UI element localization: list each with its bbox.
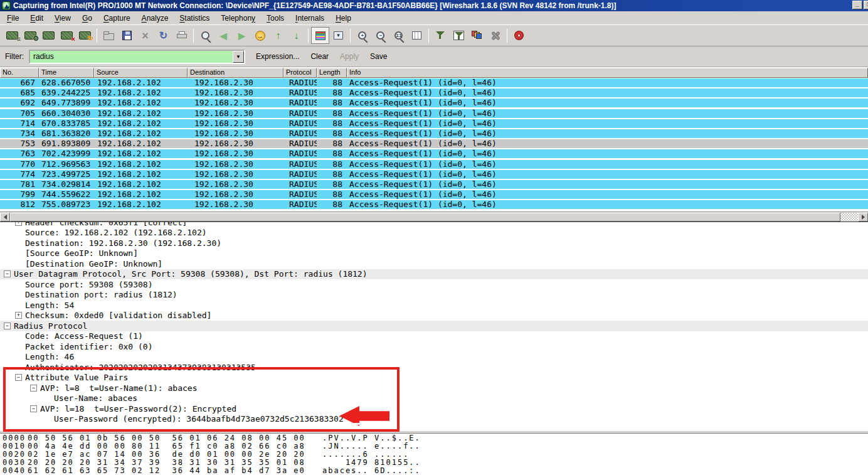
expand-icon[interactable]: +	[15, 221, 22, 226]
filter-input[interactable]	[30, 51, 233, 63]
filter-dropdown-button[interactable]: ▼	[233, 51, 244, 63]
go-forward-button[interactable]: ▶	[233, 27, 251, 44]
go-back-button[interactable]: ◀	[214, 27, 233, 44]
column-header-time[interactable]: Time	[39, 68, 94, 78]
menu-help[interactable]: Help	[330, 12, 357, 24]
close-file-button[interactable]: ×	[136, 27, 154, 44]
menu-internals[interactable]: Internals	[290, 12, 330, 24]
capture-stop-button[interactable]: ×	[58, 27, 76, 44]
display-filter-button[interactable]	[450, 27, 468, 44]
open-file-button[interactable]	[100, 27, 118, 44]
print-button[interactable]	[172, 27, 191, 44]
collapse-icon[interactable]: −	[30, 385, 37, 392]
reload-file-button[interactable]: ↻	[154, 27, 172, 44]
column-header-info[interactable]: Info	[347, 68, 868, 78]
apply-button[interactable]: Apply	[334, 50, 364, 63]
capture-options-button[interactable]: ⚙	[21, 27, 40, 44]
menu-view[interactable]: View	[49, 12, 77, 24]
packet-cell-protocol: RADIUS	[283, 149, 317, 158]
detail-line[interactable]: [Source GeoIP: Unknown]	[0, 248, 868, 259]
detail-line[interactable]: −AVP: l=18 t=User-Password(2): Encrypted	[0, 403, 868, 414]
preferences-button[interactable]	[486, 27, 504, 44]
detail-line[interactable]: −User Datagram Protocol, Src Port: 59308…	[0, 269, 868, 280]
menu-file[interactable]: File	[1, 12, 24, 24]
detail-line[interactable]: Destination port: radius (1812)	[0, 290, 868, 301]
detail-line[interactable]: +Header checksum: 0x65f1 [correct]	[0, 221, 868, 228]
packet-cell-length: 88	[317, 129, 347, 138]
detail-line[interactable]: +Checksum: 0xded0 [validation disabled]	[0, 311, 868, 321]
column-header-destination[interactable]: Destination	[188, 68, 283, 78]
collapse-icon[interactable]: −	[15, 374, 22, 381]
detail-line[interactable]: −AVP: l=8 t=User-Name(1): abaces	[0, 383, 868, 393]
detail-line[interactable]: User-Password (encrypted): 3644baafb4d73…	[0, 414, 868, 425]
packet-row[interactable]: 812755.089723192.168.2.102192.168.2.30RA…	[0, 200, 868, 209]
column-header-protocol[interactable]: Protocol	[283, 68, 317, 78]
scrollbar-thumb[interactable]	[10, 213, 840, 221]
colorize-button[interactable]	[311, 27, 329, 44]
detail-line[interactable]: Length: 54	[0, 300, 868, 311]
save-file-button[interactable]	[118, 27, 136, 44]
packet-row[interactable]: 734681.363820192.168.2.102192.168.2.30RA…	[0, 129, 868, 138]
collapse-icon[interactable]: −	[4, 270, 11, 277]
capture-filter-button[interactable]	[431, 27, 450, 44]
menu-analyze[interactable]: Analyze	[136, 12, 174, 24]
detail-line[interactable]: Authenticator: 2020202020203134373938313…	[0, 362, 868, 373]
expression-button[interactable]: Expression...	[250, 50, 305, 63]
collapse-icon[interactable]: −	[4, 323, 11, 329]
list-interfaces-button[interactable]: ≡	[3, 27, 21, 44]
auto-scroll-button[interactable]: ▼	[329, 27, 347, 44]
scroll-left-button[interactable]	[0, 213, 10, 221]
detail-line[interactable]: Length: 46	[0, 352, 868, 363]
detail-line[interactable]: Source port: 59308 (59308)	[0, 279, 868, 290]
go-to-top-button[interactable]: ↑	[269, 27, 287, 44]
packet-row[interactable]: 770712.969563192.168.2.102192.168.2.30RA…	[0, 160, 868, 169]
detail-line[interactable]: Destination: 192.168.2.30 (192.168.2.30)	[0, 238, 868, 248]
collapse-icon[interactable]: −	[30, 405, 37, 412]
expand-icon[interactable]: +	[15, 312, 22, 319]
capture-start-button[interactable]	[40, 27, 58, 44]
detail-line[interactable]: User-Name: abaces	[0, 393, 868, 404]
column-header-source[interactable]: Source	[94, 68, 188, 78]
go-to-bottom-button[interactable]: ↓	[287, 27, 305, 44]
go-to-packet-button[interactable]: →	[251, 27, 269, 44]
save-button[interactable]: Save	[364, 50, 393, 63]
packet-row[interactable]: 763702.423999192.168.2.102192.168.2.30RA…	[0, 149, 868, 158]
help-button[interactable]	[510, 27, 528, 44]
packet-row[interactable]: 781734.029814192.168.2.102192.168.2.30RA…	[0, 180, 868, 189]
column-header-no[interactable]: No.	[0, 68, 39, 78]
packet-row[interactable]: 685639.244225192.168.2.102192.168.2.30RA…	[0, 88, 868, 97]
menu-tools[interactable]: Tools	[261, 12, 290, 24]
packet-row[interactable]: 753691.893809192.168.2.102192.168.2.30RA…	[0, 139, 868, 148]
coloring-rules-button[interactable]	[468, 27, 486, 44]
resize-columns-button[interactable]	[408, 27, 426, 44]
menu-capture[interactable]: Capture	[98, 12, 136, 24]
menu-edit[interactable]: Edit	[24, 12, 49, 24]
menu-statistics[interactable]: Statistics	[174, 12, 215, 24]
detail-line[interactable]: Source: 192.168.2.102 (192.168.2.102)	[0, 228, 868, 238]
capture-restart-button[interactable]: ↻	[76, 27, 94, 44]
column-header-length[interactable]: Length	[317, 68, 347, 78]
menu-go[interactable]: Go	[77, 12, 98, 24]
detail-line[interactable]: [Destination GeoIP: Unknown]	[0, 259, 868, 269]
packet-row[interactable]: 692649.773899192.168.2.102192.168.2.30RA…	[0, 99, 868, 107]
maximize-button[interactable]: □	[864, 1, 868, 9]
zoom-normal-icon: 1:1	[394, 31, 403, 40]
packet-row[interactable]: 774723.499725192.168.2.102192.168.2.30RA…	[0, 170, 868, 179]
packet-row[interactable]: 799744.559622192.168.2.102192.168.2.30RA…	[0, 190, 868, 199]
menu-telephony[interactable]: Telephony	[215, 12, 261, 24]
scroll-right-button[interactable]	[858, 213, 868, 221]
clear-button[interactable]: Clear	[305, 50, 334, 63]
zoom-in-button[interactable]: +	[353, 27, 371, 44]
detail-line[interactable]: −Attribute Value Pairs	[0, 373, 868, 383]
detail-line[interactable]: Packet identifier: 0x0 (0)	[0, 341, 868, 352]
find-packet-button[interactable]	[196, 27, 214, 44]
packet-cell-time: 723.499725	[39, 170, 94, 179]
detail-line[interactable]: −Radius Protocol	[0, 321, 868, 331]
packet-row[interactable]: 714670.833785192.168.2.102192.168.2.30RA…	[0, 119, 868, 128]
packet-row[interactable]: 705660.304030192.168.2.102192.168.2.30RA…	[0, 109, 868, 118]
zoom-out-button[interactable]: −	[371, 27, 389, 44]
detail-line[interactable]: Code: Access-Request (1)	[0, 331, 868, 342]
minimize-button[interactable]: _	[852, 1, 862, 9]
packet-row[interactable]: 667628.667050192.168.2.102192.168.2.30RA…	[0, 78, 868, 87]
zoom-normal-button[interactable]: 1:1	[389, 27, 408, 44]
